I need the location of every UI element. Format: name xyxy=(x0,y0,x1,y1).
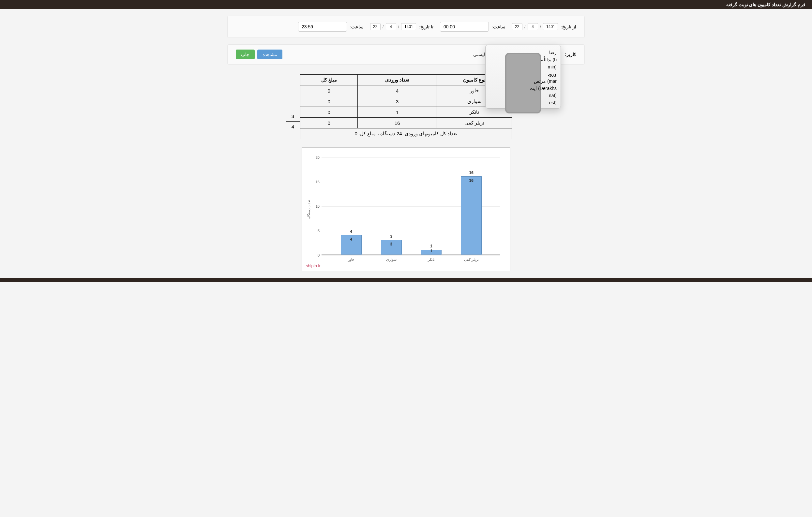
chart-ylabel: تعداد دستگاه xyxy=(307,200,311,218)
table-header: تعداد ورودی xyxy=(358,74,437,85)
table-header: مبلغ کل xyxy=(300,74,358,85)
user-dropdown-item[interactable]: آیت (Derakhs xyxy=(486,85,560,92)
table-footer: تعداد کل کامیونهای ورودی: 24 دستگاه ، مب… xyxy=(300,128,512,139)
footer-bar xyxy=(0,278,812,282)
from-date-day[interactable] xyxy=(512,23,522,30)
to-date-day[interactable] xyxy=(370,23,381,30)
chart-xcategory: سواری xyxy=(381,257,402,262)
watermark: shipin.ir xyxy=(306,264,321,268)
from-time-label: ساعت: xyxy=(491,24,505,29)
to-time-input[interactable] xyxy=(298,22,347,32)
chart-xcategory: خاور xyxy=(341,257,361,262)
page-title: فرم گزارش تعداد کامیون های نوبت گرفته xyxy=(0,0,812,9)
to-time-label: ساعت: xyxy=(350,24,364,29)
to-date-label: تا تاریخ: xyxy=(419,24,433,29)
date-filter-panel: از تاریخ: / / ساعت: تا تاریخ: / / ساعت: xyxy=(227,16,585,38)
chart-ytick: 5 xyxy=(312,229,320,233)
chart-bar-label: 1 xyxy=(421,244,441,248)
user-dropdown-item[interactable]: مرتض (mar xyxy=(486,78,560,85)
table-row: تانکر10 xyxy=(300,107,512,118)
chart-bar-label: 4 xyxy=(341,229,361,234)
user-dropdown-item[interactable]: ورود xyxy=(486,70,560,78)
extra-column-fragment: 34 xyxy=(286,111,300,132)
print-button[interactable]: چاپ xyxy=(236,50,255,59)
user-dropdown-item[interactable]: یداللّٰه (b xyxy=(486,56,560,63)
chart-xcategory: تانکر xyxy=(421,257,441,262)
report-table: نوع کامیونتعداد ورودیمبلغ کل خاور40سواری… xyxy=(300,74,512,139)
from-date-label: از تاریخ: xyxy=(560,24,576,29)
view-button[interactable]: مشاهده xyxy=(257,50,282,59)
chart-ytick: 0 xyxy=(312,253,320,257)
from-date-picker[interactable]: / / xyxy=(512,23,558,30)
user-dropdown-item[interactable]: رضا xyxy=(486,49,560,56)
table-row: خاور40 xyxy=(300,85,512,96)
from-time-input[interactable] xyxy=(440,22,489,32)
user-dropdown-item[interactable]: est) xyxy=(486,99,560,106)
chart-bar xyxy=(461,176,482,254)
chart-bar-label: 16 xyxy=(461,171,482,175)
chart-bar-label: 3 xyxy=(381,234,402,239)
to-date-year[interactable] xyxy=(401,23,416,30)
action-panel: کاربر: ش لیستی مشاهده چاپ رضایداللّٰه (b… xyxy=(227,44,585,65)
to-date-picker[interactable]: / / xyxy=(370,23,416,30)
chart: تعداد دستگاه 0510152044خاور33سواری11تانک… xyxy=(302,147,510,271)
chart-ytick: 15 xyxy=(312,180,320,184)
table-row: سواری30 xyxy=(300,96,512,107)
chart-xcategory: تریلر کفی xyxy=(461,257,482,262)
chart-ytick: 20 xyxy=(312,155,320,159)
user-dropdown-popup: رضایداللّٰه (bmin)ورودمرتض (marآیت (Dera… xyxy=(485,45,561,109)
table-row: تریلر کفی160 xyxy=(300,118,512,128)
from-date-month[interactable] xyxy=(528,23,538,30)
from-date-year[interactable] xyxy=(543,23,558,30)
to-date-month[interactable] xyxy=(386,23,396,30)
user-dropdown-item[interactable]: nat) xyxy=(486,92,560,99)
user-label: کاربر: xyxy=(565,52,576,57)
chart-ytick: 10 xyxy=(312,204,320,208)
user-dropdown-item[interactable]: min) xyxy=(486,63,560,70)
